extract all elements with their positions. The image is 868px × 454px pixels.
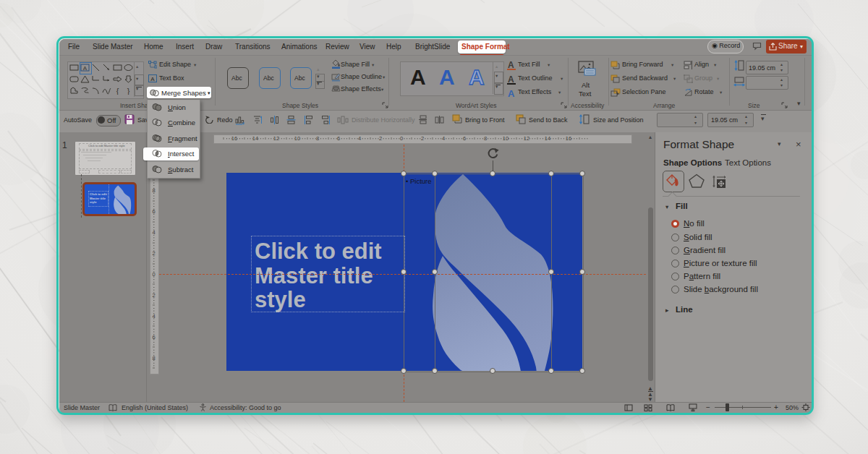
svg-text:6: 6 — [152, 208, 155, 215]
svg-text:12: 12 — [273, 135, 279, 142]
svg-text:2: 2 — [421, 135, 424, 142]
svg-text:2: 2 — [379, 135, 382, 142]
svg-text:4: 4 — [358, 135, 361, 142]
svg-text:0: 0 — [400, 135, 403, 142]
svg-text:8: 8 — [152, 187, 155, 194]
svg-text:2: 2 — [152, 250, 155, 257]
svg-text:4: 4 — [442, 135, 445, 142]
svg-text:10: 10 — [294, 135, 300, 142]
svg-text:4: 4 — [152, 229, 155, 236]
svg-text:14: 14 — [545, 135, 550, 142]
svg-text:16: 16 — [566, 135, 571, 142]
svg-text:{: { — [116, 87, 119, 95]
svg-text:}: } — [127, 87, 130, 95]
svg-text:16: 16 — [231, 135, 237, 142]
svg-text:12: 12 — [524, 135, 529, 142]
svg-text:10: 10 — [503, 135, 509, 142]
svg-text:8: 8 — [316, 135, 319, 142]
svg-text:6: 6 — [337, 135, 340, 142]
svg-text:8: 8 — [484, 135, 487, 142]
svg-text:14: 14 — [252, 135, 258, 142]
svg-text:6: 6 — [463, 135, 466, 142]
svg-text:A: A — [150, 76, 155, 82]
